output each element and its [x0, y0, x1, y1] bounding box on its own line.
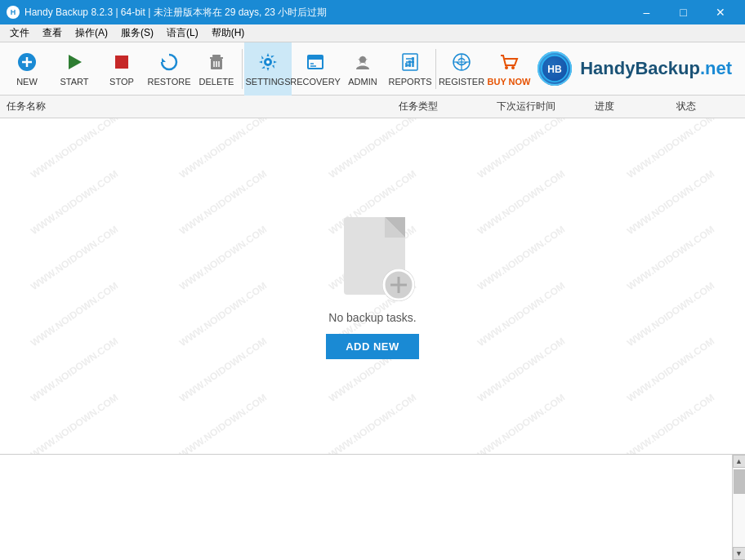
new-icon [16, 51, 38, 73]
menubar: 文件查看操作(A)服务(S)语言(L)帮助(H) [0, 24, 745, 42]
delete-button[interactable]: DELETE [193, 42, 240, 96]
settings-label: SETTINGS [245, 77, 290, 87]
bottom-panel: ▲ ▼ [0, 454, 745, 560]
svg-point-31 [505, 66, 508, 69]
stop-label: STOP [109, 77, 134, 87]
svg-rect-25 [405, 63, 408, 67]
buynow-label: BUY NOW [488, 77, 531, 87]
scroll-thumb[interactable] [734, 469, 745, 494]
restore-button[interactable]: RESTORE [145, 42, 193, 96]
scroll-track[interactable] [734, 468, 745, 547]
scroll-up-button[interactable]: ▲ [733, 455, 746, 468]
empty-document-icon [340, 213, 405, 295]
svg-rect-7 [210, 57, 223, 59]
toolbar-separator-1 [242, 49, 243, 89]
brand-name-part2: .net [700, 58, 732, 78]
start-icon [63, 51, 86, 73]
svg-rect-4 [115, 56, 128, 69]
recovery-button[interactable]: RECOVERY [292, 42, 339, 96]
toolbar-group-main: NEW START STOP [3, 42, 533, 96]
empty-state-area: .wm-grid { position: absolute; top: 0; l… [0, 118, 745, 454]
register-icon [450, 51, 473, 73]
svg-rect-27 [412, 57, 414, 67]
menu-item-a[interactable]: 操作(A) [69, 24, 114, 42]
no-tasks-message: No backup tasks. [328, 311, 416, 324]
recovery-label: RECOVERY [290, 77, 341, 87]
start-label: START [60, 77, 88, 87]
svg-marker-3 [69, 55, 82, 69]
svg-rect-16 [308, 56, 323, 60]
brand-area: HB HandyBackup.net [538, 51, 742, 86]
main-area: 任务名称 任务类型 下次运行时间 进度 状态 .wm-grid { positi… [0, 96, 745, 560]
settings-icon [257, 51, 279, 73]
new-button[interactable]: NEW [3, 42, 51, 96]
start-button[interactable]: START [51, 42, 98, 96]
close-button[interactable]: ✕ [702, 0, 738, 24]
app-logo-icon: H [7, 6, 20, 19]
admin-button[interactable]: ADMIN [339, 42, 386, 96]
titlebar-left: H Handy Backup 8.2.3 | 64-bit | 未注册版本将在 … [7, 6, 327, 20]
col-header-name: 任务名称 [7, 100, 399, 113]
maximize-button[interactable]: □ [665, 0, 702, 24]
buynow-button[interactable]: BUY NOW [485, 42, 533, 96]
svg-point-32 [511, 66, 515, 69]
col-header-status: 状态 [676, 100, 738, 113]
admin-icon [351, 51, 374, 73]
svg-marker-5 [162, 58, 166, 62]
restore-label: RESTORE [148, 77, 191, 87]
brand-name-part1: HandyBackup [580, 58, 700, 78]
titlebar-controls: – □ ✕ [628, 0, 738, 24]
svg-rect-6 [212, 55, 221, 57]
delete-icon [205, 51, 228, 73]
brand-logo-icon: HB [538, 51, 572, 86]
menu-item-s[interactable]: 服务(S) [114, 24, 160, 42]
register-label: REGISTER [439, 77, 484, 87]
col-header-progress: 进度 [595, 100, 676, 113]
register-button[interactable]: REGISTER [438, 42, 485, 96]
settings-button[interactable]: SETTINGS [244, 42, 292, 96]
new-label: NEW [16, 77, 38, 87]
toolbar: NEW START STOP [0, 42, 745, 96]
table-header: 任务名称 任务类型 下次运行时间 进度 状态 [0, 96, 745, 118]
brand-name: HandyBackup.net [580, 58, 732, 79]
svg-rect-26 [408, 60, 411, 67]
toolbar-separator-2 [435, 49, 436, 89]
col-header-type: 任务类型 [399, 100, 497, 113]
reports-icon [399, 51, 422, 73]
stop-icon [110, 51, 133, 73]
stop-button[interactable]: STOP [98, 42, 145, 96]
reports-label: REPORTS [389, 77, 432, 87]
scroll-down-button[interactable]: ▼ [733, 547, 746, 560]
svg-point-14 [266, 60, 270, 64]
menu-item-[interactable]: 查看 [36, 24, 69, 42]
reports-button[interactable]: REPORTS [386, 42, 434, 96]
svg-text:HB: HB [547, 64, 562, 75]
titlebar-title: Handy Backup 8.2.3 | 64-bit | 未注册版本将在 29… [25, 6, 327, 20]
col-header-next: 下次运行时间 [497, 100, 595, 113]
buynow-icon [497, 51, 520, 73]
menu-item-h[interactable]: 帮助(H) [205, 24, 252, 42]
admin-label: ADMIN [348, 77, 377, 87]
recovery-icon [304, 51, 327, 73]
titlebar: H Handy Backup 8.2.3 | 64-bit | 未注册版本将在 … [0, 0, 745, 24]
menu-item-l[interactable]: 语言(L) [160, 24, 205, 42]
add-new-button[interactable]: ADD NEW [326, 334, 419, 359]
restore-icon [158, 51, 181, 73]
svg-marker-20 [358, 56, 368, 64]
content-area: 任务名称 任务类型 下次运行时间 进度 状态 .wm-grid { positi… [0, 96, 745, 560]
delete-label: DELETE [199, 77, 234, 87]
minimize-button[interactable]: – [628, 0, 665, 24]
scrollbar: ▲ ▼ [732, 455, 745, 560]
menu-item-[interactable]: 文件 [3, 24, 36, 42]
